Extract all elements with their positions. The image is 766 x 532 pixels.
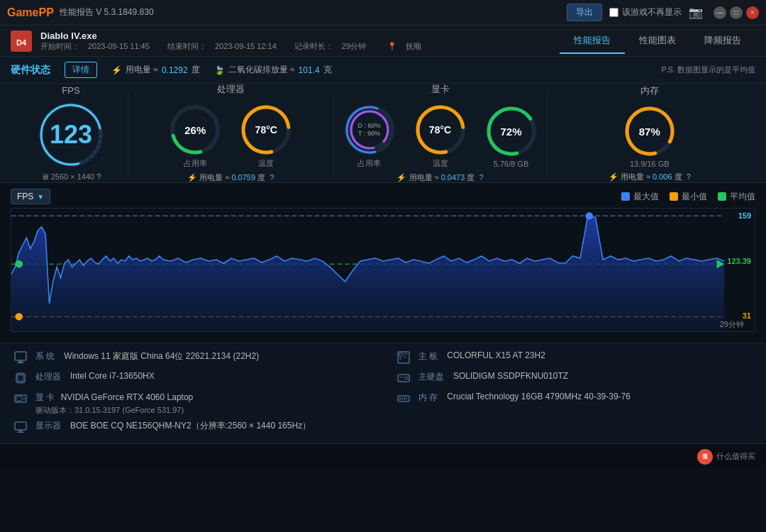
fps-resolution: 🖥 2560 × 1440 ? [41, 172, 101, 181]
display-label: 显示器 [35, 420, 61, 432]
svg-point-46 [405, 377, 408, 379]
ram-power-icon: ⚡ [609, 172, 618, 181]
ram-power: ⚡ 用电量 ≈ 0.006 度 ? [609, 172, 691, 182]
resolution-help-icon: ? [96, 172, 101, 181]
legend-max-dot [621, 192, 630, 201]
gpu-sysinfo-name-row: 显 卡 NVIDIA GeForce RTX 4060 Laptop [35, 392, 193, 404]
gpu-power-label: 用电量 ≈ [409, 173, 439, 182]
svg-point-25 [15, 260, 23, 267]
minimize-button[interactable]: — [714, 6, 726, 19]
svg-rect-49 [16, 397, 22, 401]
co2-label: 二氧化碳排放量 ≈ [228, 64, 295, 76]
tab-perf-chart[interactable]: 性能图表 [625, 28, 690, 54]
svg-rect-38 [18, 375, 23, 381]
hw-bar: 硬件状态 详情 ⚡ 用电量 ≈ 0.1292 度 🍃 二氧化碳排放量 ≈ 101… [0, 57, 766, 84]
end-time-label: 结束时间： [167, 42, 206, 50]
cpu-gauges: 26% 占用率 78°C 温度 [167, 101, 294, 169]
cpu-temp-canvas: 78°C [238, 101, 294, 158]
sysinfo-ram-row: 内 存 Crucial Technology 16GB 4790MHz 40-3… [397, 392, 752, 416]
gpu-vram-used: 5.76/8 GB [494, 160, 529, 168]
cpu-sysinfo-icon [14, 372, 30, 387]
export-button[interactable]: 导出 [567, 4, 602, 21]
ram-section: 内存 87% 13.9/16 GB ⚡ 用电量 ≈ 0.006 度 ? [547, 91, 753, 175]
cpu-sysinfo-label: 处理器 [35, 371, 61, 383]
gpu-usage-info: D : 60% T : 90% [357, 122, 380, 138]
chart-select-label: FPS [17, 192, 33, 201]
co2-value: 101.4 [299, 65, 320, 75]
cpu-temp-value: 78°C [255, 124, 277, 135]
svg-rect-31 [17, 362, 24, 363]
cpu-power-help: ? [270, 173, 274, 182]
zhiding-icon: 值 [697, 449, 713, 465]
tab-freq-report[interactable]: 降频报告 [690, 28, 755, 54]
hide-game-checkbox[interactable] [609, 8, 618, 17]
sysinfo: 系 统 Windows 11 家庭版 China 64位 22621.2134 … [0, 343, 766, 443]
fps-circle: 123 [35, 99, 106, 170]
ssd-label: 主硬盘 [418, 371, 444, 383]
chart-select[interactable]: FPS ▼ [11, 189, 50, 204]
close-button[interactable]: × [746, 6, 759, 19]
co2-metric: 🍃 二氧化碳排放量 ≈ 101.4 克 [214, 64, 332, 76]
ram-power-help: ? [687, 172, 691, 181]
svg-rect-33 [399, 353, 402, 356]
cpu-sysinfo-value: Intel Core i7-13650HX [70, 371, 155, 381]
fps-label: FPS [62, 85, 79, 96]
svg-rect-50 [23, 397, 25, 400]
chart-time-label: 29分钟 [720, 319, 744, 330]
gpu-vram-canvas: 72% [483, 103, 540, 160]
gpu-usage-gauge: D : 60% T : 90% 占用率 [341, 101, 398, 169]
legend-min-label: 最小值 [682, 191, 707, 203]
svg-rect-54 [404, 397, 405, 400]
game-info: Diablo IV.exe 开始时间：2023-09-15 11:45 结束时间… [40, 31, 430, 52]
display-value: BOE BOE CQ NE156QHM-NY2（分辨率:2560 × 1440 … [70, 420, 311, 432]
ram-title: 内存 [640, 84, 659, 97]
power-value: 0.1292 [162, 65, 188, 75]
chart-section: FPS ▼ 最大值 最小值 平均值 [0, 183, 766, 343]
svg-rect-36 [404, 356, 406, 358]
cpu-power-icon: ⚡ [187, 173, 197, 182]
gpu-usage-label: 占用率 [357, 158, 381, 169]
gpu-sysinfo-icon [14, 392, 30, 408]
svg-rect-34 [399, 358, 401, 360]
footer: 值 什么值得买 [0, 443, 766, 469]
game-icon: D4 [11, 31, 32, 52]
cpu-usage-label: 占用率 [184, 158, 207, 169]
ram-canvas: 87% [621, 103, 678, 160]
start-time-value: 2023-09-15 11:45 [88, 42, 150, 50]
power-icon: ⚡ [111, 65, 122, 75]
monitor-icon: 🖥 [41, 172, 49, 181]
resolution-value: 2560 × 1440 [51, 172, 94, 181]
duration-value: 29分钟 [342, 42, 366, 50]
sysinfo-mb-row: 主 板 COLORFUL X15 AT 23H2 [397, 350, 752, 367]
gpu-t-label: T : 90% [357, 130, 380, 138]
svg-rect-29 [15, 352, 26, 360]
maximize-button[interactable]: □ [730, 6, 743, 19]
ram-gauges: 87% 13.9/16 GB [621, 103, 678, 168]
ram-sysinfo-label: 内 存 [418, 392, 438, 404]
cpu-title: 处理器 [217, 83, 245, 96]
legend-avg-label: 平均值 [730, 191, 755, 203]
ps-note: P.S. 数据图显示的是平均值 [662, 65, 755, 75]
display-icon [14, 421, 30, 436]
duration-label: 记录时长： [294, 42, 333, 50]
legend-avg-dot [718, 192, 726, 201]
zhiding-logo: 值 什么值得买 [697, 449, 755, 465]
cpu-temp-gauge: 78°C 温度 [238, 101, 294, 169]
tab-perf-report[interactable]: 性能报告 [560, 28, 625, 54]
legend-min-dot [670, 192, 678, 201]
gpu-sysinfo-label: 显 卡 [35, 392, 55, 402]
ram-used: 13.9/16 GB [630, 160, 670, 168]
system-label: 系 统 [35, 350, 55, 362]
sysinfo-display-row: 显示器 BOE BOE CQ NE156QHM-NY2（分辨率:2560 × 1… [14, 420, 369, 436]
detail-button[interactable]: 详情 [65, 62, 97, 78]
cpu-power-unit: 度 [257, 173, 265, 182]
power-metric: ⚡ 用电量 ≈ 0.1292 度 [111, 64, 200, 76]
cpu-section: 处理器 26% 占用率 [128, 91, 333, 175]
gpu-temp-value: 78°C [429, 124, 451, 135]
camera-icon[interactable]: 📷 [689, 6, 703, 19]
window-controls: — □ × [714, 6, 759, 19]
gpu-power-unit: 度 [467, 173, 474, 182]
chart-max-label: 159 [738, 211, 751, 220]
game-name: Diablo IV.exe [40, 31, 430, 41]
legend-avg: 平均值 [718, 191, 755, 203]
